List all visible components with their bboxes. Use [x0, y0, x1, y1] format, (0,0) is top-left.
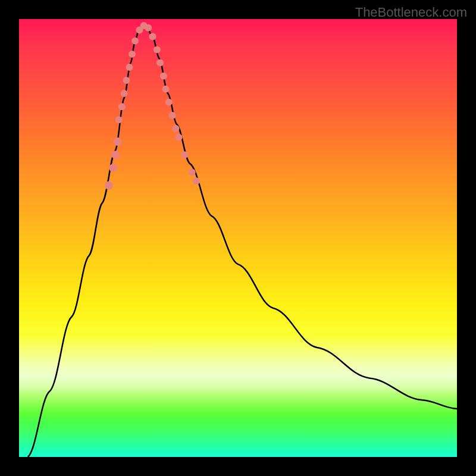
data-point: [172, 125, 179, 132]
data-point: [181, 151, 188, 158]
data-point: [105, 181, 113, 190]
data-point: [156, 60, 164, 67]
data-point: [121, 90, 128, 97]
data-point: [162, 86, 170, 93]
data-point: [189, 169, 196, 176]
data-point: [165, 99, 173, 106]
data-point: [176, 134, 183, 141]
data-points: [105, 22, 200, 190]
data-point: [111, 151, 120, 159]
data-point: [154, 46, 161, 54]
plot-area: [19, 19, 457, 457]
bottleneck-curve: [28, 26, 457, 457]
data-point: [193, 177, 200, 184]
data-point: [149, 33, 156, 40]
data-point: [160, 73, 167, 80]
data-point: [109, 164, 117, 172]
data-point: [129, 51, 136, 58]
data-point: [118, 103, 126, 110]
data-point: [131, 37, 139, 45]
data-point: [126, 64, 133, 71]
chart-container: [0, 0, 476, 476]
data-point: [115, 116, 123, 123]
data-point: [169, 112, 176, 119]
data-point: [123, 77, 130, 84]
curve-svg: [19, 19, 457, 457]
data-point: [145, 24, 152, 32]
watermark-text: TheBottleneck.com: [355, 5, 467, 20]
data-point: [114, 137, 122, 146]
